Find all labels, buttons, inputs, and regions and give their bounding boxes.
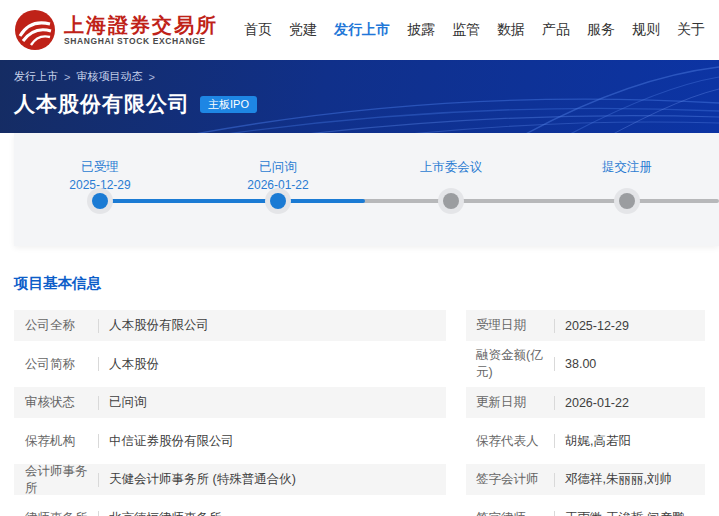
page-title: 人本股份有限公司 (14, 90, 190, 118)
breadcrumb-separator: > (148, 71, 154, 83)
logo-text-cn: 上海證券交易所 (64, 15, 218, 36)
stage-dot-accepted (92, 193, 108, 209)
info-label: 融资金额(亿元) (466, 347, 554, 381)
info-value: 人本股份有限公司 (109, 317, 209, 334)
stage-label: 已受理 (30, 159, 170, 176)
info-label: 公司全称 (14, 317, 98, 334)
page-banner: 发行上市 > 审核项目动态 > 人本股份有限公司 主板IPO (0, 60, 719, 133)
info-label: 签字会计师 (466, 471, 554, 488)
cell-divider (554, 434, 555, 448)
table-row: 律师事务所 北京德恒律师事务所 签字律师 王雨微,王浚哲,闫彦鹏 (14, 503, 705, 516)
info-value: 2026-01-22 (565, 396, 629, 410)
cell-divider (554, 511, 555, 516)
info-value: 北京德恒律师事务所 (109, 510, 222, 516)
cell-accounting-firm: 会计师事务所 天健会计师事务所 (特殊普通合伙) (14, 464, 446, 495)
info-label: 审核状态 (14, 394, 98, 411)
breadcrumb-project-status[interactable]: 审核项目动态 (76, 69, 142, 84)
stage-dot-committee-meeting (443, 193, 459, 209)
info-value: 38.00 (565, 357, 596, 371)
table-row: 公司全称 人本股份有限公司 受理日期 2025-12-29 (14, 310, 705, 341)
info-value: 2025-12-29 (565, 319, 629, 333)
nav-item-data[interactable]: 数据 (497, 21, 525, 39)
table-row: 保荐机构 中信证券股份有限公司 保荐代表人 胡娓,高若阳 (14, 426, 705, 457)
breadcrumb-separator: > (64, 71, 70, 83)
info-label: 会计师事务所 (14, 463, 98, 497)
info-label: 保荐代表人 (466, 433, 554, 450)
nav-item-home[interactable]: 首页 (244, 21, 272, 39)
stage-accepted: 已受理 2025-12-29 (30, 159, 170, 192)
stage-label: 已问询 (208, 159, 348, 176)
stage-dot-submit-registration (619, 193, 635, 209)
cell-divider (554, 357, 555, 371)
timeline-progress (100, 199, 365, 203)
breadcrumb-listing[interactable]: 发行上市 (14, 69, 58, 84)
stage-date: 2025-12-29 (30, 178, 170, 192)
nav-item-about[interactable]: 关于 (677, 21, 705, 39)
cell-divider (554, 396, 555, 410)
info-label: 公司简称 (14, 356, 98, 373)
stage-label: 提交注册 (557, 159, 697, 176)
cell-divider (554, 319, 555, 333)
stage-committee-meeting: 上市委会议 (381, 159, 521, 178)
table-row: 审核状态 已问询 更新日期 2026-01-22 (14, 387, 705, 418)
info-label: 律师事务所 (14, 510, 98, 516)
cell-sponsor-institution: 保荐机构 中信证券股份有限公司 (14, 426, 446, 457)
cell-financing-amount: 融资金额(亿元) 38.00 (466, 349, 705, 380)
info-value: 胡娓,高若阳 (565, 433, 631, 450)
info-label: 保荐机构 (14, 433, 98, 450)
info-value: 中信证券股份有限公司 (109, 433, 234, 450)
cell-signing-accountants: 签字会计师 邓德祥,朱丽丽,刘帅 (466, 464, 705, 495)
cell-divider (98, 434, 99, 448)
nav-item-disclosure[interactable]: 披露 (407, 21, 435, 39)
cell-company-short-name: 公司简称 人本股份 (14, 349, 446, 380)
table-row: 公司简称 人本股份 融资金额(亿元) 38.00 (14, 349, 705, 380)
cell-signing-lawyers: 签字律师 王雨微,王浚哲,闫彦鹏 (466, 503, 705, 516)
nav-item-listing[interactable]: 发行上市 (334, 21, 390, 39)
cell-divider (98, 511, 99, 516)
info-label: 签字律师 (466, 510, 554, 516)
nav-item-party[interactable]: 党建 (289, 21, 317, 39)
main-nav: 首页 党建 发行上市 披露 监管 数据 产品 服务 规则 关于 (244, 21, 705, 39)
cell-company-full-name: 公司全称 人本股份有限公司 (14, 310, 446, 341)
section-title-project-info: 项目基本信息 (14, 274, 719, 293)
cell-law-firm: 律师事务所 北京德恒律师事务所 (14, 503, 446, 516)
info-label: 受理日期 (466, 317, 554, 334)
cell-divider (98, 396, 99, 410)
site-header: 上海證券交易所 SHANGHAI STOCK EXCHANGE 首页 党建 发行… (0, 0, 719, 60)
cell-divider (98, 473, 99, 487)
project-info-table: 公司全称 人本股份有限公司 受理日期 2025-12-29 公司简称 人本股份 … (14, 310, 705, 516)
logo-text-en: SHANGHAI STOCK EXCHANGE (64, 36, 218, 46)
info-value: 天健会计师事务所 (特殊普通合伙) (109, 471, 296, 488)
stage-submit-registration: 提交注册 (557, 159, 697, 178)
cell-acceptance-date: 受理日期 2025-12-29 (466, 310, 705, 341)
stage-label: 上市委会议 (381, 159, 521, 176)
nav-item-supervision[interactable]: 监管 (452, 21, 480, 39)
sse-logo-icon (14, 9, 56, 51)
info-value: 邓德祥,朱丽丽,刘帅 (565, 471, 672, 488)
breadcrumb: 发行上市 > 审核项目动态 > (14, 69, 705, 84)
sse-logo[interactable]: 上海證券交易所 SHANGHAI STOCK EXCHANGE (14, 9, 218, 51)
cell-review-status: 审核状态 已问询 (14, 387, 446, 418)
cell-sponsor-representatives: 保荐代表人 胡娓,高若阳 (466, 426, 705, 457)
cell-divider (98, 319, 99, 333)
table-row: 会计师事务所 天健会计师事务所 (特殊普通合伙) 签字会计师 邓德祥,朱丽丽,刘… (14, 464, 705, 495)
cell-update-date: 更新日期 2026-01-22 (466, 387, 705, 418)
stage-date: 2026-01-22 (208, 178, 348, 192)
info-value: 人本股份 (109, 356, 159, 373)
info-value: 王雨微,王浚哲,闫彦鹏 (565, 510, 684, 516)
nav-item-products[interactable]: 产品 (542, 21, 570, 39)
review-timeline: 已受理 2025-12-29 已问询 2026-01-22 上市委会议 提交注册 (14, 133, 719, 246)
info-label: 更新日期 (466, 394, 554, 411)
stage-inquired: 已问询 2026-01-22 (208, 159, 348, 192)
nav-item-rules[interactable]: 规则 (632, 21, 660, 39)
stage-dot-inquired (270, 193, 286, 209)
nav-item-services[interactable]: 服务 (587, 21, 615, 39)
info-value: 已问询 (109, 394, 147, 411)
cell-divider (554, 473, 555, 487)
board-ipo-badge: 主板IPO (200, 96, 257, 113)
cell-divider (98, 357, 99, 371)
